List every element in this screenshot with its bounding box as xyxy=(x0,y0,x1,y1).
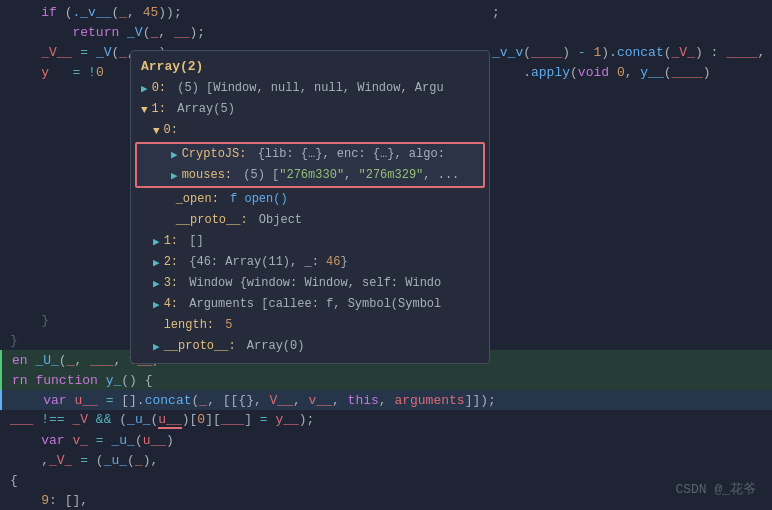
tooltip-cryptojs-row[interactable]: ▶ CryptoJS: {lib: {…}, enc: {…}, algo: xyxy=(137,144,483,165)
code-line: .apply(void 0, y__(____) xyxy=(482,62,772,82)
tooltip-row[interactable]: ▼ 0: xyxy=(131,120,489,141)
code-line: ; xyxy=(482,2,772,22)
arrow-icon: ▶ xyxy=(165,191,172,209)
code-editor: if (._v__(_, 45)); return _V(_, __); _V_… xyxy=(0,0,772,510)
arrow-icon: ▶ xyxy=(153,296,160,314)
tooltip-row[interactable]: ▼ 1: Array(5) xyxy=(131,99,489,120)
arrow-icon: ▶ xyxy=(165,212,172,230)
tooltip-row[interactable]: ▶ _open: f open() xyxy=(131,189,489,210)
arrow-icon: ▶ xyxy=(171,146,178,164)
tooltip-row[interactable]: ▶ 4: Arguments [callee: f, Symbol(Symbol xyxy=(131,294,489,315)
arrow-icon: ▶ xyxy=(141,80,148,98)
tooltip-row[interactable]: ▶ 1: [] xyxy=(131,231,489,252)
arrow-icon: ▼ xyxy=(153,122,160,140)
arrow-icon: ▶ xyxy=(153,254,160,272)
arrow-icon: ▼ xyxy=(141,101,148,119)
code-line: ___ !== _V && (_u_(u__)[0][___] = y__); xyxy=(0,410,772,430)
tooltip-row: ▶ length: 5 xyxy=(131,315,489,336)
code-line xyxy=(482,22,772,42)
watermark: CSDN @_花爷 xyxy=(675,480,756,498)
tooltip-row[interactable]: ▶ __proto__: Object xyxy=(131,210,489,231)
tooltip-row[interactable]: ▶ __proto__: Array(0) xyxy=(131,336,489,357)
code-line: 9: [], xyxy=(0,490,772,510)
arrow-icon: ▶ xyxy=(153,275,160,293)
tooltip-row[interactable]: ▶ 2: {46: Array(11), _: 46} xyxy=(131,252,489,273)
tooltip-title: Array(2) xyxy=(131,57,489,78)
code-line-highlight: rn function y_() { xyxy=(0,370,772,390)
tooltip-row[interactable]: ▶ 0: (5) [Window, null, null, Window, Ar… xyxy=(131,78,489,99)
right-code-panel: ; _v_v(____) - 1).concat(_V_) : ____, .a… xyxy=(482,0,772,82)
code-line: { xyxy=(0,470,772,490)
tooltip-mouses-row[interactable]: ▶ mouses: (5) ["276m330", "276m329", ... xyxy=(137,165,483,186)
arrow-icon: ▶ xyxy=(171,167,178,185)
code-line-current: var u__ = [].concat(_, [[{}, V__, v__, t… xyxy=(0,390,772,410)
tooltip-row[interactable]: ▶ 3: Window {window: Window, self: Windo xyxy=(131,273,489,294)
code-line: var v_ = _u_(u__) xyxy=(0,430,772,450)
debug-tooltip[interactable]: Array(2) ▶ 0: (5) [Window, null, null, W… xyxy=(130,50,490,364)
code-line: ,_V_ = (_u_(_), xyxy=(0,450,772,470)
arrow-icon: ▶ xyxy=(153,338,160,356)
code-line: _v_v(____) - 1).concat(_V_) : ____, xyxy=(482,42,772,62)
arrow-icon: ▶ xyxy=(153,233,160,251)
arrow-icon: ▶ xyxy=(153,317,160,335)
